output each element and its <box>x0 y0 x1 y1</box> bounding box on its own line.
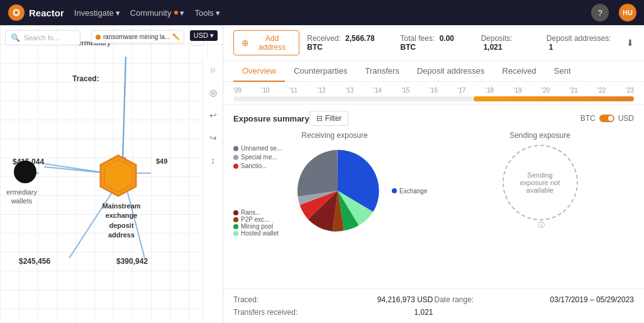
timeline-track[interactable] <box>233 96 634 101</box>
pie-wrapper: Unnamed se... Special me... Sanctio... <box>233 145 436 237</box>
exposure-area: Exposure summary ⊟ Filter BTC USD <box>223 105 644 288</box>
help-button[interactable]: ? <box>591 4 609 21</box>
search-bar: 🔍 Search fo... <box>5 30 80 45</box>
app-logo[interactable]: Reactor <box>8 4 64 21</box>
toggle-switch[interactable] <box>599 115 614 122</box>
label-rans: Rans... <box>233 209 284 216</box>
main-layout: Intermediary Traced: $415,044 $49 $245,4… <box>0 25 644 323</box>
app-name: Reactor <box>29 8 64 18</box>
address-dot <box>96 35 101 40</box>
transfers-row: Transfers received: 1,021 <box>233 307 433 318</box>
sending-title: Sending exposure <box>446 131 634 140</box>
currency-badge[interactable]: USD ▾ <box>190 30 218 41</box>
filter-button[interactable]: ⊟ Filter <box>309 111 349 126</box>
label-mining: Mining pool <box>233 223 284 230</box>
node-value-4: $245,456 <box>19 257 50 266</box>
btc-usd-toggle[interactable]: BTC USD <box>580 114 634 123</box>
receiving-title: Receiving exposure <box>233 131 436 140</box>
timeline: '09 '10 '11 '12 '13 '14 '15 '16 '17 '18 … <box>223 82 644 105</box>
pie-chart-svg <box>294 147 382 235</box>
label-sanctio: Sanctio... <box>233 162 284 169</box>
hex-node[interactable] <box>99 154 137 199</box>
exposure-header: Exposure summary ⊟ Filter BTC USD <box>233 111 634 126</box>
timeline-labels: '09 '10 '11 '12 '13 '14 '15 '16 '17 '18 … <box>233 87 634 94</box>
node-value-5: $390,942 <box>116 257 148 266</box>
svg-point-2 <box>14 11 18 14</box>
sending-unavailable-wrap: Sending exposure not available ⓘ <box>446 145 634 230</box>
bottom-stats: Traced: 94,216,973 USD Date range: 03/17… <box>223 288 644 323</box>
dashed-circle: Sending exposure not available <box>502 145 578 220</box>
stats-grid: Received: 2,566.78 BTC Total fees: 0.00 … <box>307 34 614 52</box>
tab-counterparties[interactable]: Counterparties <box>285 61 356 82</box>
circle-tool[interactable]: ○ <box>205 62 221 78</box>
undo-tool[interactable]: ↩ <box>205 107 221 123</box>
pie-left-labels: Unnamed se... Special me... Sanctio... <box>233 145 284 237</box>
main-node-label: Mainstreamexchangedepositaddress <box>99 201 143 241</box>
svg-line-3 <box>123 57 126 164</box>
graph-canvas[interactable]: Intermediary Traced: $415,044 $49 $245,4… <box>0 25 223 323</box>
top-nav: Reactor Investigate ▾ Community ▾ Tools … <box>0 0 644 25</box>
address-text: ransomware mining la... <box>103 33 170 40</box>
sort-tool[interactable]: ↕ <box>205 152 221 169</box>
nav-investigate[interactable]: Investigate ▾ <box>74 8 120 18</box>
download-button[interactable]: ⬇ <box>626 38 634 48</box>
charts-row: Receiving exposure Unnamed se... Special… <box>233 131 634 237</box>
label-unnamed: Unnamed se... <box>233 145 284 152</box>
tools-strip: ○ ◎ ↩ ↪ ↕ <box>203 57 223 323</box>
search-input[interactable]: 🔍 Search fo... <box>5 30 80 45</box>
pie-right-labels: Exchange <box>392 188 436 195</box>
community-dot <box>174 11 178 14</box>
left-circle-node[interactable] <box>14 161 36 183</box>
info-icon: ⓘ <box>538 220 545 230</box>
label-hosted: Hosted wallet <box>233 230 284 237</box>
deposit-addresses-stat: Deposit addresses: 1 <box>547 34 614 52</box>
nav-community[interactable]: Community ▾ <box>130 8 185 18</box>
intermediary-wallets-label: ermediarywallets <box>6 188 37 206</box>
received-stat: Received: 2,566.78 BTC <box>307 34 385 52</box>
label-p2p: P2P exc... <box>233 216 284 223</box>
date-range-row: Date range: 03/17/2019 – 05/29/2023 <box>435 294 635 305</box>
label-special: Special me... <box>233 154 284 161</box>
add-address-button[interactable]: ⊕ Add address <box>233 30 299 55</box>
svg-marker-11 <box>101 156 136 196</box>
label-exchange: Exchange <box>392 188 436 195</box>
receiving-chart: Receiving exposure Unnamed se... Special… <box>233 131 436 237</box>
tab-deposit-addresses[interactable]: Deposit addresses <box>408 61 494 82</box>
timeline-fill <box>474 96 634 101</box>
tab-overview[interactable]: Overview <box>233 61 285 82</box>
node-value-1: Traced: <box>72 74 99 83</box>
tab-transfers[interactable]: Transfers <box>356 61 408 82</box>
svg-line-10 <box>44 167 108 173</box>
sending-chart: Sending exposure Sending exposure not av… <box>446 131 634 230</box>
graph-panel: Intermediary Traced: $415,044 $49 $245,4… <box>0 25 223 323</box>
exposure-title: Exposure summary <box>233 114 309 123</box>
right-panel: ⊕ Add address Received: 2,566.78 BTC Tot… <box>223 25 644 323</box>
node-value-3: $49 <box>156 157 167 165</box>
avatar[interactable]: HU <box>619 4 636 21</box>
edit-icon[interactable]: ✏️ <box>172 33 180 40</box>
svg-line-9 <box>123 57 126 161</box>
svg-line-4 <box>44 164 107 173</box>
right-header: ⊕ Add address Received: 2,566.78 BTC Tot… <box>223 25 644 61</box>
tab-received[interactable]: Received <box>494 61 545 82</box>
tabs-bar: Overview Counterparties Transfers Deposi… <box>223 61 644 82</box>
tab-sent[interactable]: Sent <box>545 61 580 82</box>
fees-stat: Total fees: 0.00 BTC <box>401 34 466 52</box>
deposits-stat: Deposits: 1,021 <box>481 34 531 52</box>
nav-tools[interactable]: Tools ▾ <box>194 8 219 18</box>
target-tool[interactable]: ◎ <box>205 84 221 101</box>
address-tag[interactable]: ransomware mining la... ✏️ <box>91 30 184 43</box>
traced-row: Traced: 94,216,973 USD <box>233 294 433 305</box>
redo-tool[interactable]: ↪ <box>205 130 221 146</box>
